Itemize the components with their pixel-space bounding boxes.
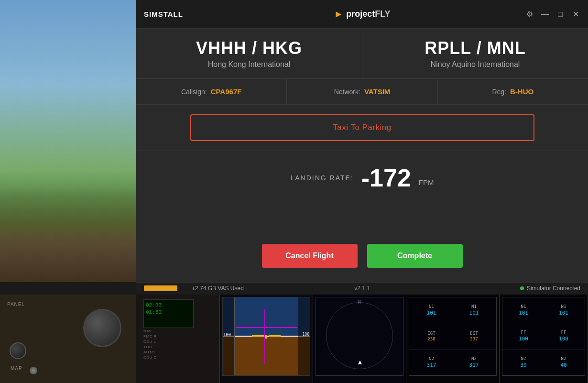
departure-name: Hong Kong International [151, 60, 348, 69]
cdu-label-cdul: CDU L [143, 339, 157, 344]
close-button[interactable]: ✕ [571, 10, 580, 19]
ecam-row-3: N2 317 N2 317 [409, 350, 496, 375]
ecam-display-1: N1 101 N1 101 EGT 238 EGT 237 [409, 297, 497, 376]
callsign-cell: Callsign: CPA967F [136, 79, 287, 104]
pfd-center-mark [252, 335, 281, 339]
brand-logo: ► projectFLY [334, 9, 390, 20]
panel-label: PANEL [7, 302, 25, 307]
pfd-mark-right [269, 335, 281, 337]
minimize-button[interactable]: — [540, 10, 550, 19]
arrival-name: Ninoy Aquino International [377, 60, 574, 69]
cdu-label-nav: NAV [143, 329, 157, 333]
connected-label: Simulator Connected [527, 285, 580, 292]
small-knob[interactable] [10, 342, 26, 359]
cdu-label-fmcr: FMC R [143, 334, 157, 339]
horizon-sky [223, 297, 310, 337]
taxi-section: Taxi To Parking [136, 105, 588, 151]
ecam-col-4: EGT 237 [470, 324, 478, 348]
cdu-display: 02:33 01:53 [144, 300, 193, 318]
callsign-label: Callsign: [181, 88, 207, 96]
big-knob[interactable] [83, 309, 121, 347]
cdu-label-auto: AUTO [143, 350, 157, 354]
nd-ring-label: N [358, 300, 360, 305]
ecam2-row-2: FF 100 FF 100 [502, 323, 585, 349]
simulator-background [0, 0, 136, 282]
simulator-connected-status: Simulator Connected [520, 285, 580, 292]
alt-value: 100 [303, 332, 309, 337]
ecam2-col-3: FF 100 [519, 324, 528, 348]
cockpit-panel-cdu: 02:33 01:53 NAV FMC R CDU L THU AUTO CDU… [136, 295, 220, 383]
app-name: SIMSTALL [144, 10, 183, 18]
network-value: VATSIM [364, 88, 390, 96]
main-panel: VHHH / HKG Hong Kong International RPLL … [136, 29, 588, 282]
brand-arrow-icon: ► [334, 9, 343, 20]
pfd-inner: 100 100 [223, 297, 310, 375]
vas-text: +2.74 GB VAS Used [192, 285, 244, 292]
cdu-label-thu: THU [143, 345, 157, 349]
cancel-flight-button[interactable]: Cancel Flight [262, 244, 358, 268]
ecam-col-6: N2 317 [469, 350, 479, 374]
pfd-display: 100 100 [222, 297, 310, 376]
ecam-col-5: N2 317 [427, 350, 436, 374]
reg-label: Reg: [492, 88, 506, 96]
brand-name: projectFLY [346, 9, 390, 19]
fd-bar-horizontal [236, 327, 296, 328]
reg-value: B-HUO [510, 88, 534, 96]
cockpit-row: PANEL MAP 02:33 01:53 NAV FMC R CDU L TH… [0, 295, 588, 383]
landing-rate-section: LANDING RATE: -172 FPM [136, 151, 588, 205]
cdu-screen: 02:33 01:53 [143, 299, 194, 328]
alt-tape: 100 [298, 297, 310, 375]
cockpit-panel-pfd: 100 100 [220, 295, 313, 383]
speed-value: 100 [223, 332, 231, 337]
cockpit-panel-ecam2: N1 101 N1 101 FF 100 FF 100 [500, 295, 588, 383]
cdu-labels: NAV FMC R CDU L THU AUTO CDU C [143, 329, 157, 360]
cockpit-panel-1: PANEL MAP [0, 295, 136, 383]
complete-button[interactable]: Complete [367, 244, 463, 268]
landing-rate-unit: FPM [419, 178, 434, 190]
action-row: Cancel Flight Complete [136, 230, 588, 282]
horizon-ground [223, 337, 310, 376]
ecam2-col-5: N2 39 [520, 350, 526, 374]
ecam-col-3: EGT 238 [427, 324, 435, 348]
speed-tape: 100 [223, 297, 235, 375]
pfd-mark-left [252, 335, 264, 337]
network-label: Network: [334, 88, 360, 96]
airport-row: VHHH / HKG Hong Kong International RPLL … [136, 29, 588, 79]
cdu-label-cduc: CDU C [143, 355, 157, 360]
ecam-col-2: N1 101 [469, 298, 479, 322]
departure-code: VHHH / HKG [151, 38, 348, 58]
map-indicator [30, 367, 37, 374]
ecam-display-2: N1 101 N1 101 FF 100 FF 100 [502, 297, 585, 376]
callsign-value: CPA967F [211, 88, 242, 96]
info-row: Callsign: CPA967F Network: VATSIM Reg: B… [136, 79, 588, 105]
network-cell: Network: VATSIM [287, 79, 437, 104]
ecam2-row-3: N2 39 N2 40 [502, 350, 585, 375]
ecam-row-2: EGT 238 EGT 237 [409, 323, 496, 349]
ecam2-col-6: N2 40 [560, 350, 566, 374]
nd-plane-icon: ▲ [357, 358, 362, 366]
reg-cell: Reg: B-HUO [438, 79, 588, 104]
settings-button[interactable]: ⚙ [525, 10, 534, 19]
map-label: MAP [11, 366, 22, 371]
pfd-mark-center [265, 335, 267, 339]
ecam2-col-4: FF 100 [559, 324, 568, 348]
statusbar: +2.74 GB VAS Used v2.1.1 Simulator Conne… [136, 282, 588, 294]
ecam-row-1: N1 101 N1 101 [409, 297, 496, 323]
titlebar: SIMSTALL ► projectFLY ⚙ — □ ✕ [136, 0, 588, 29]
landing-rate-label: LANDING RATE: [290, 174, 353, 182]
window-controls: ⚙ — □ ✕ [525, 10, 580, 19]
ecam-col-1: N1 101 [427, 298, 436, 322]
vas-progress-bar [144, 285, 177, 291]
maximize-button[interactable]: □ [555, 10, 565, 19]
arrival-code: RPLL / MNL [377, 38, 574, 58]
cockpit-panel-nd: N ▲ [313, 295, 406, 383]
ecam2-row-1: N1 101 N1 101 [502, 297, 585, 323]
landing-rate-value: -172 [361, 165, 411, 190]
version-text: v2.1.1 [354, 285, 370, 292]
departure-box: VHHH / HKG Hong Kong International [136, 29, 362, 78]
ecam2-col-2: N1 101 [559, 298, 568, 322]
nd-display: N ▲ [316, 297, 403, 376]
taxi-to-parking-button[interactable]: Taxi To Parking [190, 114, 534, 141]
ecam2-col-1: N1 101 [519, 298, 528, 322]
connected-dot-icon [520, 286, 524, 290]
